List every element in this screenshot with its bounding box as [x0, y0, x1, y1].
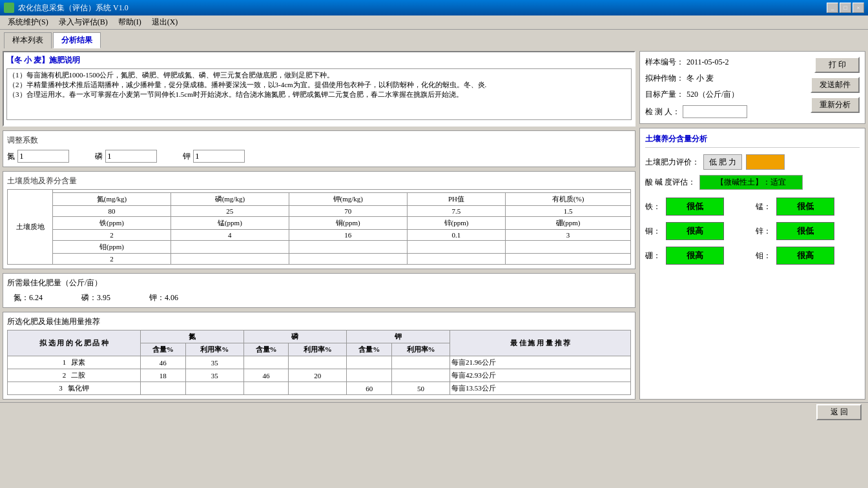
action-buttons: 打 印 发送邮件 重新分析 [811, 57, 860, 118]
row2-p-content: 46 [243, 369, 289, 382]
ph-val: 7.5 [407, 206, 505, 217]
mn-label: 锰： [756, 201, 771, 212]
cu-val: 16 [289, 230, 407, 241]
sample-no-label: 样本编号： [645, 57, 684, 68]
n-val: 80 [53, 206, 171, 217]
adjust-p-input[interactable] [105, 150, 157, 163]
adjust-k-input[interactable] [193, 150, 245, 163]
fertilizer-desc-title: 【冬 小 麦】施肥说明 [6, 55, 632, 66]
mo-label: 钼： [756, 250, 771, 261]
right-panel: 样本编号： 2011-05-05-2 拟种作物： 冬 小 麦 目标产量： 520… [639, 51, 865, 400]
minimize-button[interactable]: _ [827, 3, 838, 13]
inspector-label: 检 测 人： [645, 107, 680, 117]
k-content-sub: 含量% [347, 343, 392, 356]
cu-header: 铜(ppm) [289, 217, 407, 230]
cu-label: 铜： [645, 226, 661, 237]
menu-system[interactable]: 系统维护(S) [3, 15, 54, 29]
row3-p-content [243, 382, 289, 395]
b-val: 3 [506, 230, 631, 241]
recommendation-title: 所选化肥及最佳施用量推荐 [7, 316, 631, 327]
optimal-fertilizer-row: 氮：6.24 磷：3.95 钾：4.06 [7, 292, 631, 303]
menu-help[interactable]: 帮助(I) [113, 15, 147, 29]
adjust-phosphorus: 磷 [95, 150, 157, 163]
row3-n-content [141, 382, 186, 395]
p-header: 磷(mg/kg) [170, 193, 289, 206]
fertility-bar-fill [746, 154, 785, 170]
p-util-sub: 利用率% [289, 343, 347, 356]
bottom-bar: 返 回 [0, 402, 868, 422]
row2-k-content [347, 369, 392, 382]
om-header: 有机质(%) [506, 193, 631, 206]
zn-level: 很低 [776, 222, 834, 240]
print-button[interactable]: 打 印 [814, 57, 860, 73]
close-button[interactable]: × [852, 3, 864, 13]
tab-analysis-result[interactable]: 分析结果 [53, 32, 101, 48]
soil-analysis-title: 土壤养分含量分析 [645, 134, 860, 148]
row1-k-content [347, 356, 392, 369]
back-button[interactable]: 返 回 [816, 404, 862, 420]
row1-product: 1 尿素 [8, 356, 141, 369]
soil-data-table: 土壤质地 氮(mg/kg) 磷(mg/kg) 钾(mg/kg) PH值 有机质(… [7, 189, 631, 265]
nutrient-b: 硼： 很高 [645, 247, 749, 265]
adjust-factors-section: 调整系数 氮 磷 钾 [3, 130, 636, 167]
row2-p-util: 20 [289, 369, 347, 382]
cu-level: 很高 [666, 222, 724, 240]
table-row: 铁(ppm) 锰(ppm) 铜(ppm) 锌(ppm) 硼(ppm) [8, 217, 631, 230]
inspector-input[interactable] [683, 105, 747, 118]
sample-no-value: 2011-05-05-2 [687, 57, 729, 67]
soil-analysis-section: 土壤养分含量分析 土壤肥力评价： 低 肥 力 酸 碱 度评估： 【微碱性土】：适… [639, 128, 865, 400]
optimal-p: 磷：3.95 [81, 292, 110, 303]
soil-type-cell: 土壤质地 [8, 190, 53, 265]
title-bar: 农化信息采集（评估）系统 V1.0 _ □ × [0, 0, 868, 15]
tab-sample-list[interactable]: 样本列表 [4, 32, 52, 48]
adjust-nitrogen: 氮 [7, 150, 69, 163]
table-row: 1 尿素 46 35 每亩21.96公斤 [8, 356, 631, 369]
mo-header: 钼(ppm) [53, 241, 171, 254]
row2-n-util: 35 [185, 369, 243, 382]
adjust-p-label: 磷 [95, 151, 103, 162]
table-row: 2 4 16 0.1 3 [8, 230, 631, 241]
phosphorus-header: 磷 [243, 330, 347, 343]
alkalinity-value: 【微碱性土】：适宜 [699, 175, 803, 190]
fertilizer-recommendation-section: 所选化肥及最佳施用量推荐 拟 选 用 的 化 肥 品 种 氮 磷 钾 最 佳 施… [3, 312, 636, 400]
optimal-k: 钾：4.06 [149, 292, 178, 303]
maximize-button[interactable]: □ [840, 3, 851, 13]
b-level: 很高 [666, 247, 724, 265]
p-val: 25 [170, 206, 289, 217]
row3-recommendation: 每亩13.53公斤 [450, 382, 631, 395]
table-row: 2 二胺 18 35 46 20 每亩42.93公斤 [8, 369, 631, 382]
product-header: 拟 选 用 的 化 肥 品 种 [8, 330, 141, 356]
optimal-fertilizer-title: 所需最佳化肥量（公斤/亩） [7, 278, 631, 289]
recommendation-header: 最 佳 施 用 量 推 荐 [450, 330, 631, 356]
menu-exit[interactable]: 退出(X) [147, 15, 183, 29]
n-util-sub: 利用率% [185, 343, 243, 356]
inspector-row: 检 测 人： [645, 105, 804, 118]
row2-product: 2 二胺 [8, 369, 141, 382]
row1-k-util [392, 356, 450, 369]
n-header: 氮(mg/kg) [53, 193, 171, 206]
row2-recommendation: 每亩42.93公斤 [450, 369, 631, 382]
sample-info-fields: 样本编号： 2011-05-05-2 拟种作物： 冬 小 麦 目标产量： 520… [645, 57, 804, 118]
app-title: 农化信息采集（评估）系统 V1.0 [18, 3, 827, 14]
target-yield-row: 目标产量： 520（公斤/亩） [645, 89, 804, 100]
row1-n-content: 46 [141, 356, 186, 369]
email-button[interactable]: 发送邮件 [811, 77, 860, 93]
target-yield-value: 520（公斤/亩） [687, 89, 739, 100]
adjust-n-input[interactable] [17, 150, 69, 163]
crop-type-value: 冬 小 麦 [687, 73, 714, 84]
row2-n-content: 18 [141, 369, 186, 382]
sample-info-section: 样本编号： 2011-05-05-2 拟种作物： 冬 小 麦 目标产量： 520… [639, 51, 865, 124]
row1-n-util: 35 [185, 356, 243, 369]
nutrient-cu: 铜： 很高 [645, 222, 749, 240]
menu-entry[interactable]: 录入与评估(B) [54, 15, 113, 29]
zn-label: 锌： [756, 226, 771, 237]
menu-bar: 系统维护(S) 录入与评估(B) 帮助(I) 退出(X) [0, 15, 868, 30]
target-yield-label: 目标产量： [645, 89, 684, 100]
mo-level: 很高 [776, 247, 834, 265]
sample-no-row: 样本编号： 2011-05-05-2 [645, 57, 804, 68]
fertilizer-desc-text[interactable] [6, 68, 632, 120]
reanalyze-button[interactable]: 重新分析 [811, 97, 860, 113]
fertility-low-text: 低 肥 力 [703, 154, 742, 170]
adjust-k-label: 钾 [183, 151, 191, 162]
adjust-factors-row: 氮 磷 钾 [7, 150, 631, 163]
